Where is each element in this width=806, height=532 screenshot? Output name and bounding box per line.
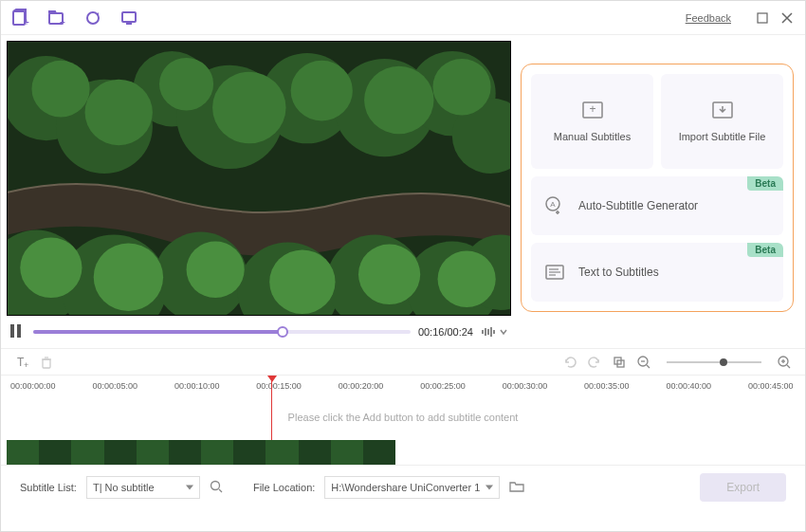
- refresh-icon[interactable]: [82, 8, 103, 28]
- title-bar: + + Feedback: [1, 1, 805, 35]
- beta-badge: Beta: [747, 243, 783, 257]
- svg-rect-5: [122, 12, 136, 22]
- undo-icon[interactable]: [562, 355, 577, 370]
- file-location-label: File Location:: [253, 482, 315, 493]
- bottom-bar: Subtitle List: T| No subtitle File Locat…: [1, 465, 805, 508]
- search-icon[interactable]: [210, 480, 225, 495]
- text-subtitle-label: Text to Subtitles: [578, 266, 659, 279]
- auto-subtitle-icon: A: [544, 195, 565, 216]
- subtitle-list-label: Subtitle List:: [20, 482, 77, 493]
- zoom-slider[interactable]: [667, 361, 761, 363]
- svg-text:+: +: [60, 17, 65, 28]
- svg-point-32: [94, 244, 163, 312]
- import-subtitle-label: Import Subtitle File: [679, 131, 766, 142]
- svg-point-34: [269, 249, 335, 314]
- svg-point-17: [31, 61, 89, 118]
- timeline-ticks: 00:00:00:0000:00:05:0000:00:10:0000:00:1…: [1, 381, 805, 391]
- svg-rect-41: [493, 330, 495, 334]
- player-controls: 00:16/00:24: [7, 316, 511, 348]
- svg-point-21: [291, 61, 353, 121]
- svg-rect-37: [482, 330, 484, 334]
- import-subtitle-card[interactable]: Import Subtitle File: [661, 74, 783, 169]
- crop-icon[interactable]: [612, 355, 627, 370]
- svg-rect-7: [758, 13, 767, 23]
- manual-subtitle-icon: +: [581, 101, 604, 119]
- device-icon[interactable]: [119, 8, 139, 28]
- video-preview[interactable]: [7, 41, 511, 316]
- redo-icon[interactable]: [587, 355, 602, 370]
- file-location-select[interactable]: H:\Wondershare UniConverter 1: [324, 476, 500, 499]
- export-button[interactable]: Export: [700, 473, 786, 502]
- svg-point-36: [438, 250, 496, 307]
- main-area: 00:16/00:24 + Manual Subtitles Import Su…: [1, 35, 805, 348]
- timeline-tools: T+: [1, 348, 805, 375]
- svg-rect-39: [487, 329, 489, 335]
- beta-badge: Beta: [747, 176, 783, 191]
- svg-point-35: [358, 245, 420, 305]
- svg-rect-53: [43, 359, 50, 368]
- player-panel: 00:16/00:24: [1, 35, 521, 348]
- svg-point-20: [212, 72, 285, 143]
- timeline-hint: Please click the Add button to add subti…: [1, 412, 805, 423]
- svg-rect-38: [485, 328, 486, 336]
- maximize-icon[interactable]: [754, 9, 771, 27]
- svg-point-4: [87, 12, 99, 24]
- zoom-out-icon[interactable]: [636, 355, 651, 370]
- toolbar-buttons: + +: [10, 8, 139, 28]
- timeline[interactable]: 00:00:00:0000:00:05:0000:00:10:0000:00:1…: [1, 375, 805, 465]
- svg-line-66: [219, 489, 222, 492]
- svg-point-18: [85, 80, 153, 146]
- progress-bar[interactable]: [33, 330, 411, 334]
- svg-point-31: [20, 238, 82, 299]
- feedback-link[interactable]: Feedback: [686, 12, 731, 24]
- import-subtitle-icon: [711, 101, 734, 119]
- subtitle-list-select[interactable]: T| No subtitle: [86, 476, 200, 499]
- svg-point-33: [187, 242, 245, 299]
- svg-text:+: +: [589, 102, 595, 116]
- svg-rect-6: [126, 23, 132, 25]
- svg-line-60: [647, 365, 650, 368]
- svg-text:+: +: [24, 360, 28, 370]
- svg-point-19: [159, 58, 213, 111]
- text-subtitle-icon: [544, 263, 565, 282]
- close-icon[interactable]: [779, 9, 796, 27]
- svg-point-65: [211, 481, 219, 489]
- manual-subtitle-label: Manual Subtitles: [554, 131, 631, 142]
- svg-line-64: [787, 365, 790, 368]
- add-text-icon[interactable]: T+: [14, 355, 29, 370]
- manual-subtitles-card[interactable]: + Manual Subtitles: [531, 74, 653, 169]
- svg-text:A: A: [550, 200, 556, 209]
- add-file-icon[interactable]: +: [10, 8, 31, 28]
- auto-subtitle-label: Auto-Subtitle Generator: [578, 199, 698, 212]
- timecode-display: 00:16/00:24: [418, 326, 473, 338]
- zoom-in-icon[interactable]: [777, 355, 792, 370]
- auto-subtitle-card[interactable]: Beta A Auto-Subtitle Generator: [531, 176, 783, 235]
- add-folder-icon[interactable]: +: [46, 8, 67, 28]
- timeline-thumbnails[interactable]: [7, 440, 395, 465]
- delete-icon[interactable]: [39, 355, 54, 370]
- pause-button[interactable]: [10, 324, 26, 339]
- svg-rect-40: [490, 327, 492, 337]
- svg-text:+: +: [24, 17, 29, 28]
- svg-point-22: [364, 66, 433, 135]
- text-to-subtitles-card[interactable]: Beta Text to Subtitles: [531, 243, 783, 302]
- folder-icon[interactable]: [509, 480, 524, 495]
- subtitle-panel: + Manual Subtitles Import Subtitle File …: [521, 35, 805, 348]
- svg-point-23: [432, 59, 490, 116]
- subtitle-options: + Manual Subtitles Import Subtitle File …: [521, 64, 794, 312]
- volume-control[interactable]: [481, 325, 507, 339]
